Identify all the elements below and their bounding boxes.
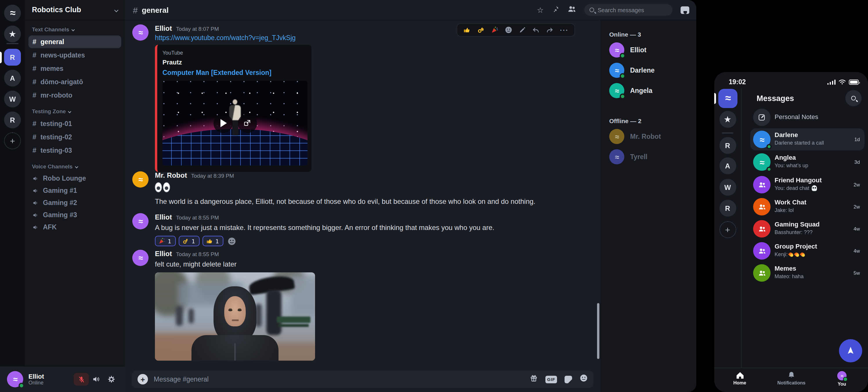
add-reaction-icon[interactable] <box>505 26 512 34</box>
add-server-button[interactable]: + <box>4 132 21 149</box>
member-tyrell[interactable]: ≈ Tyrell <box>609 149 696 164</box>
message-input[interactable]: + Message #general GIF <box>132 370 594 388</box>
chat-scrollbar[interactable] <box>597 303 599 359</box>
reaction-ok-hand[interactable]: 1 <box>179 236 199 246</box>
channel-testing-01[interactable]: #testing-01 <box>28 117 121 130</box>
conversation-group-project[interactable]: Group Project Kenji: 4w <box>750 240 865 262</box>
app-logo[interactable]: ≈ <box>4 5 21 22</box>
server-r[interactable]: R <box>719 137 736 154</box>
server-a[interactable]: A <box>4 70 21 87</box>
open-external-button[interactable] <box>238 114 257 133</box>
section-voice-channels[interactable]: Voice Channels <box>25 158 125 172</box>
add-attachment-button[interactable]: + <box>137 374 148 385</box>
server-r2[interactable]: R <box>4 112 21 128</box>
settings-button[interactable] <box>104 373 119 386</box>
conversation-anglea[interactable]: ≈ Anglea You: what’s up 3d <box>750 151 865 173</box>
react-tada-icon[interactable] <box>491 26 498 34</box>
voice-gaming-1[interactable]: Gaming #1 <box>28 185 121 196</box>
user-bar[interactable]: ≈ Elliot Online <box>0 366 125 392</box>
nav-home[interactable]: Home <box>719 371 760 386</box>
react-thumbs-up-icon[interactable] <box>463 26 470 34</box>
search-input[interactable]: Search messages <box>584 4 673 16</box>
server-w[interactable]: W <box>4 91 21 107</box>
reaction-tada[interactable]: 1 <box>155 236 176 246</box>
forward-icon[interactable] <box>546 26 554 33</box>
member-mr-robot[interactable]: ≈ Mr. Robot <box>609 129 696 144</box>
conversation-preview: Jake: lol <box>775 207 794 213</box>
reaction-thumbs-up[interactable]: 1 <box>203 236 223 246</box>
author-name[interactable]: Elliot <box>155 24 172 32</box>
author-name[interactable]: Elliot <box>155 213 172 221</box>
more-actions-icon[interactable]: ··· <box>560 27 568 33</box>
gif-picker-button[interactable]: GIF <box>546 375 557 383</box>
active-indicator <box>714 93 716 104</box>
deafen-button[interactable] <box>89 373 104 386</box>
voice-gaming-3[interactable]: Gaming #3 <box>28 209 121 221</box>
pinned-messages-icon[interactable] <box>552 5 559 15</box>
favourites-button[interactable]: ★ <box>4 26 21 43</box>
phone-status-bar: 19:02 <box>714 72 868 88</box>
channel-mr-roboto[interactable]: #mr-roboto <box>28 89 121 102</box>
app-logo[interactable]: ≈ <box>718 89 738 108</box>
author-name[interactable]: Mr. Robot <box>155 171 187 179</box>
server-a[interactable]: A <box>719 158 736 174</box>
microphone-muted-button[interactable] <box>74 373 89 386</box>
avatar[interactable]: ≈ <box>132 171 149 188</box>
server-header[interactable]: Robotics Club <box>25 0 125 20</box>
online-status-dot <box>767 167 772 172</box>
nav-notifications[interactable]: Notifications <box>771 371 812 386</box>
personal-notes-button[interactable] <box>753 109 771 126</box>
personal-notes-label[interactable]: Personal Notes <box>775 113 818 120</box>
edit-message-icon[interactable] <box>519 26 526 33</box>
favourites-button[interactable]: ★ <box>719 111 736 128</box>
member-angela[interactable]: ≈ Angela <box>609 83 696 98</box>
author-name[interactable]: Elliot <box>155 250 172 258</box>
conversation-memes[interactable]: Memes Mateo: haha 5w <box>750 262 865 284</box>
conversation-work-chat[interactable]: Work Chat Jake: lol 2w <box>750 196 865 218</box>
avatar[interactable]: ≈ <box>132 213 149 229</box>
add-reaction-icon[interactable] <box>227 237 236 245</box>
conversation-friend-hangout[interactable]: Friend Hangout You: dead chat 2w <box>750 174 865 196</box>
gift-icon[interactable] <box>530 374 538 385</box>
channel-news-updates[interactable]: #news-updates <box>28 49 121 61</box>
voice-gaming-2[interactable]: Gaming #2 <box>28 197 121 208</box>
server-w[interactable]: W <box>719 179 736 196</box>
server-robotics-club[interactable]: R <box>4 49 21 66</box>
conversation-time: 4w <box>854 248 860 254</box>
toggle-right-panel-icon[interactable] <box>681 6 689 13</box>
compose-fab[interactable] <box>839 339 862 362</box>
add-server-button[interactable]: + <box>719 221 736 238</box>
member-darlene[interactable]: ≈ Darlene <box>609 63 696 78</box>
avatar[interactable]: ≈ <box>132 250 149 266</box>
server-r2[interactable]: R <box>719 200 736 217</box>
favourite-channel-icon[interactable]: ☆ <box>537 5 544 14</box>
conversation-name: Group Project <box>775 243 817 250</box>
search-button[interactable] <box>845 90 862 106</box>
channel-memes[interactable]: #memes <box>28 62 121 75</box>
voice-robo-lounge[interactable]: Robo Lounge <box>28 172 121 184</box>
channel-domo-arigato[interactable]: #dōmo-arigatō <box>28 76 121 88</box>
avatar[interactable]: ≈ <box>132 24 149 41</box>
nav-you[interactable]: ≈ You <box>822 371 862 387</box>
section-testing-zone[interactable]: Testing Zone <box>25 102 125 117</box>
conversation-darlene[interactable]: ≈ Darlene Darlene started a call 1d <box>750 128 865 150</box>
group-icon <box>757 270 766 276</box>
conversation-gaming-squad[interactable]: Gaming Squad Basshunter: ??? 4w <box>750 218 865 240</box>
reply-icon[interactable] <box>532 26 539 33</box>
members-icon[interactable] <box>567 5 576 15</box>
play-button[interactable] <box>213 114 232 133</box>
channel-general[interactable]: #general <box>28 35 121 48</box>
channel-testing-02[interactable]: #testing-02 <box>28 131 121 143</box>
message-list: ··· ≈ Elliot Today at 8:07 PM https://ww… <box>125 20 600 392</box>
member-elliot[interactable]: ≈ Elliot <box>609 43 696 57</box>
embed-video-title[interactable]: Computer Man [Extended Version] <box>162 69 305 76</box>
emoji-picker-icon[interactable] <box>580 374 588 385</box>
photo-attachment[interactable] <box>155 272 315 361</box>
section-text-channels[interactable]: Text Channels <box>25 20 125 35</box>
voice-afk[interactable]: AFK <box>28 221 121 233</box>
video-thumbnail[interactable] <box>162 81 308 166</box>
react-ok-hand-icon[interactable] <box>477 26 485 34</box>
channel-testing-03[interactable]: #testing-03 <box>28 144 121 157</box>
youtube-link[interactable]: https://www.youtube.com/watch?v=jeg_TJvk… <box>155 34 312 41</box>
sticker-picker-icon[interactable] <box>564 375 572 383</box>
